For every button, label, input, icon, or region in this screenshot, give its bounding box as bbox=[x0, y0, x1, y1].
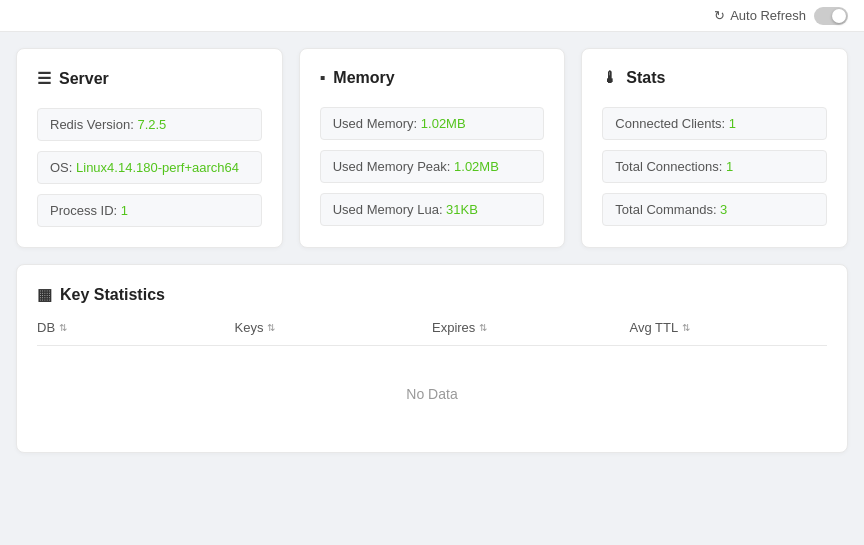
top-bar: ↻ Auto Refresh bbox=[0, 0, 864, 32]
total-commands-label: Total Commands: bbox=[615, 202, 720, 217]
used-memory-lua-value: 31KB bbox=[446, 202, 478, 217]
used-memory-label: Used Memory: bbox=[333, 116, 421, 131]
server-card-title: ☰ Server bbox=[37, 69, 262, 88]
server-title-text: Server bbox=[59, 70, 109, 88]
no-data-message: No Data bbox=[37, 356, 827, 432]
stats-card: 🌡 Stats Connected Clients: 1 Total Conne… bbox=[581, 48, 848, 248]
total-connections-value: 1 bbox=[726, 159, 733, 174]
redis-version-label: Redis Version: bbox=[50, 117, 137, 132]
os-row: OS: Linux4.14.180-perf+aarch64 bbox=[37, 151, 262, 184]
sort-avg-ttl-icon: ⇅ bbox=[682, 322, 690, 333]
col-header-expires[interactable]: Expires ⇅ bbox=[432, 320, 630, 335]
used-memory-value: 1.02MB bbox=[421, 116, 466, 131]
sort-db-icon: ⇅ bbox=[59, 322, 67, 333]
redis-version-value: 7.2.5 bbox=[137, 117, 166, 132]
stats-card-title: 🌡 Stats bbox=[602, 69, 827, 87]
used-memory-peak-value: 1.02MB bbox=[454, 159, 499, 174]
used-memory-peak-label: Used Memory Peak: bbox=[333, 159, 454, 174]
key-statistics-section: ▦ Key Statistics DB ⇅ Keys ⇅ Expires ⇅ A… bbox=[16, 264, 848, 453]
redis-version-row: Redis Version: 7.2.5 bbox=[37, 108, 262, 141]
refresh-icon: ↻ bbox=[714, 8, 725, 23]
auto-refresh-container: ↻ Auto Refresh bbox=[714, 8, 806, 23]
col-keys-label: Keys bbox=[235, 320, 264, 335]
sort-expires-icon: ⇅ bbox=[479, 322, 487, 333]
main-content: ☰ Server Redis Version: 7.2.5 OS: Linux4… bbox=[0, 32, 864, 469]
stats-icon: 🌡 bbox=[602, 69, 618, 87]
memory-card-title: ▪ Memory bbox=[320, 69, 545, 87]
memory-icon: ▪ bbox=[320, 69, 326, 87]
total-connections-label: Total Connections: bbox=[615, 159, 726, 174]
used-memory-row: Used Memory: 1.02MB bbox=[320, 107, 545, 140]
col-header-keys[interactable]: Keys ⇅ bbox=[235, 320, 433, 335]
process-id-value: 1 bbox=[121, 203, 128, 218]
sort-keys-icon: ⇅ bbox=[267, 322, 275, 333]
key-statistics-table: DB ⇅ Keys ⇅ Expires ⇅ Avg TTL ⇅ No Data bbox=[37, 320, 827, 432]
server-icon: ☰ bbox=[37, 69, 51, 88]
used-memory-peak-row: Used Memory Peak: 1.02MB bbox=[320, 150, 545, 183]
auto-refresh-label: Auto Refresh bbox=[730, 8, 806, 23]
col-avg-ttl-label: Avg TTL bbox=[630, 320, 679, 335]
key-statistics-title-text: Key Statistics bbox=[60, 286, 165, 304]
connected-clients-row: Connected Clients: 1 bbox=[602, 107, 827, 140]
col-expires-label: Expires bbox=[432, 320, 475, 335]
connected-clients-label: Connected Clients: bbox=[615, 116, 728, 131]
col-header-avg-ttl[interactable]: Avg TTL ⇅ bbox=[630, 320, 828, 335]
memory-title-text: Memory bbox=[333, 69, 394, 87]
os-label: OS: bbox=[50, 160, 76, 175]
cards-row: ☰ Server Redis Version: 7.2.5 OS: Linux4… bbox=[16, 48, 848, 248]
process-id-row: Process ID: 1 bbox=[37, 194, 262, 227]
bar-chart-icon: ▦ bbox=[37, 285, 52, 304]
server-card: ☰ Server Redis Version: 7.2.5 OS: Linux4… bbox=[16, 48, 283, 248]
col-header-db[interactable]: DB ⇅ bbox=[37, 320, 235, 335]
total-commands-value: 3 bbox=[720, 202, 727, 217]
total-connections-row: Total Connections: 1 bbox=[602, 150, 827, 183]
key-statistics-title: ▦ Key Statistics bbox=[37, 285, 827, 304]
used-memory-lua-row: Used Memory Lua: 31KB bbox=[320, 193, 545, 226]
used-memory-lua-label: Used Memory Lua: bbox=[333, 202, 446, 217]
auto-refresh-toggle[interactable] bbox=[814, 7, 848, 25]
os-value: Linux4.14.180-perf+aarch64 bbox=[76, 160, 239, 175]
stats-title-text: Stats bbox=[626, 69, 665, 87]
table-header: DB ⇅ Keys ⇅ Expires ⇅ Avg TTL ⇅ bbox=[37, 320, 827, 346]
process-id-label: Process ID: bbox=[50, 203, 121, 218]
col-db-label: DB bbox=[37, 320, 55, 335]
connected-clients-value: 1 bbox=[729, 116, 736, 131]
total-commands-row: Total Commands: 3 bbox=[602, 193, 827, 226]
memory-card: ▪ Memory Used Memory: 1.02MB Used Memory… bbox=[299, 48, 566, 248]
